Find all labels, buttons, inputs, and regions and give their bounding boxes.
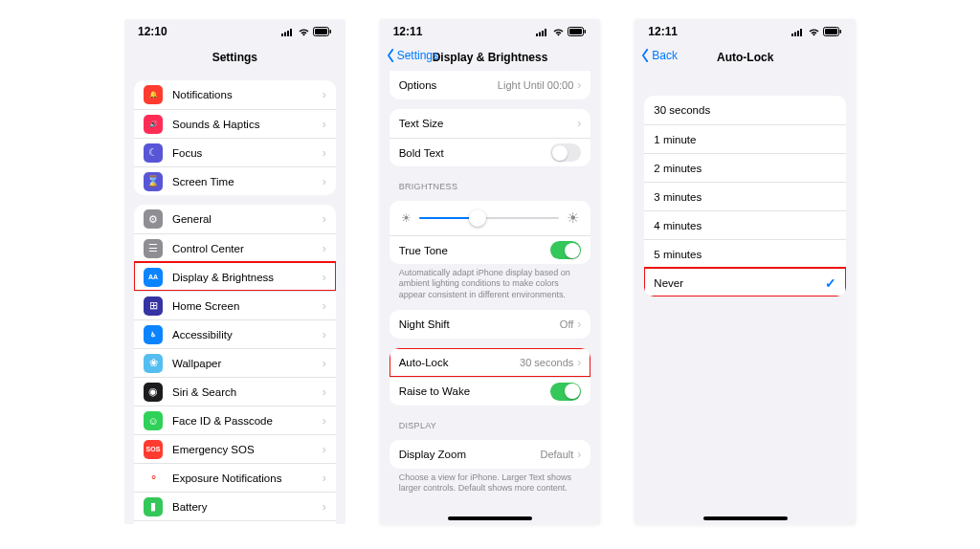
svg-rect-3: [290, 29, 292, 36]
settings-row-emergency-sos[interactable]: SOS Emergency SOS ›: [134, 434, 336, 463]
back-button[interactable]: Back: [640, 49, 678, 62]
svg-rect-2: [287, 31, 289, 36]
aa-icon: AA: [144, 268, 163, 287]
accessibility-icon: ♿︎: [144, 325, 163, 344]
brightness-slider-row: ☀︎ ☀︎: [390, 201, 591, 235]
settings-row-wallpaper[interactable]: ❀ Wallpaper ›: [134, 348, 336, 377]
text-size-row[interactable]: Text Size ›: [390, 109, 591, 138]
appearance-options-row[interactable]: Options Light Until 00:00›: [390, 71, 591, 99]
row-label: Siri & Search: [172, 386, 323, 398]
night-shift-row[interactable]: Night Shift Off›: [390, 310, 591, 339]
display-zoom-row[interactable]: Display Zoom Default›: [390, 440, 591, 469]
row-label: Options: [399, 79, 498, 91]
row-label: Screen Time: [172, 176, 323, 187]
nav-bar: Back Auto-Lock: [635, 44, 856, 71]
display-brightness-screen: 12:11 Settings Display & Brightness Opti…: [380, 19, 601, 524]
nav-title: Auto-Lock: [717, 51, 773, 64]
svg-rect-13: [585, 30, 587, 33]
brightness-slider[interactable]: [419, 217, 560, 219]
svg-rect-8: [539, 32, 541, 36]
chevron-right-icon: ›: [323, 329, 326, 340]
chevron-right-icon: ›: [323, 501, 326, 513]
status-icons: [536, 27, 587, 36]
chevron-right-icon: ›: [323, 386, 326, 398]
auto-lock-row[interactable]: Auto-Lock 30 seconds›: [390, 348, 591, 377]
nightshift-group: Night Shift Off›: [390, 310, 591, 339]
settings-group: 🔔 Notifications › 🔊 Sounds & Haptics › ☾…: [134, 80, 336, 195]
chevron-right-icon: ›: [323, 147, 326, 159]
back-label: Back: [652, 49, 678, 62]
settings-row-notifications[interactable]: 🔔 Notifications ›: [134, 80, 336, 109]
row-label: Wallpaper: [172, 358, 323, 369]
row-label: Battery: [172, 501, 323, 513]
settings-row-sounds-haptics[interactable]: 🔊 Sounds & Haptics ›: [134, 109, 336, 138]
bold-text-row[interactable]: Bold Text: [390, 138, 591, 166]
status-time: 12:10: [138, 25, 167, 38]
settings-row-home-screen[interactable]: ⊞ Home Screen ›: [134, 291, 336, 319]
chevron-right-icon: ›: [323, 89, 326, 100]
toggle[interactable]: [550, 383, 581, 401]
row-label: Raise to Wake: [399, 385, 551, 397]
settings-row-display-brightness[interactable]: AA Display & Brightness ›: [134, 262, 336, 291]
option-2-minutes[interactable]: 2 minutes: [644, 153, 846, 182]
svg-rect-20: [840, 30, 842, 33]
row-label: Sounds & Haptics: [172, 119, 323, 130]
checkmark-icon: ✓: [825, 275, 836, 291]
svg-rect-19: [825, 29, 837, 34]
settings-row-general[interactable]: ⚙ General ›: [134, 205, 336, 233]
row-label: Accessibility: [172, 329, 323, 340]
chevron-right-icon: ›: [577, 118, 581, 129]
svg-rect-5: [315, 29, 327, 34]
sun-small-icon: ☀︎: [401, 211, 412, 225]
option-3-minutes[interactable]: 3 minutes: [644, 182, 846, 210]
lock-group: Auto-Lock 30 seconds› Raise to Wake: [390, 348, 591, 406]
svg-rect-12: [569, 29, 582, 34]
sos-icon: SOS: [144, 440, 163, 459]
settings-row-screen-time[interactable]: ⌛ Screen Time ›: [134, 166, 336, 195]
gear-icon: ⚙: [144, 209, 163, 229]
toggle[interactable]: [550, 143, 581, 162]
true-tone-row[interactable]: True Tone: [390, 235, 591, 264]
option-label: 4 minutes: [654, 220, 836, 231]
autolock-options: 30 seconds 1 minute 2 minutes 3 minutes …: [644, 96, 846, 296]
home-indicator[interactable]: [448, 516, 532, 520]
settings-row-control-center[interactable]: ☰ Control Center ›: [134, 233, 336, 262]
appearance-group: Options Light Until 00:00›: [390, 71, 591, 99]
row-value: Off: [560, 318, 573, 330]
row-label: Home Screen: [172, 300, 323, 312]
settings-row-privacy-security[interactable]: ✋ Privacy & Security ›: [134, 520, 336, 524]
status-bar: 12:11: [380, 19, 601, 44]
option-1-minute[interactable]: 1 minute: [644, 124, 846, 153]
option-5-minutes[interactable]: 5 minutes: [644, 239, 846, 268]
settings-row-battery[interactable]: ▮ Battery ›: [134, 492, 336, 520]
option-30-seconds[interactable]: 30 seconds: [644, 96, 846, 124]
settings-row-siri-search[interactable]: ◉ Siri & Search ›: [134, 377, 336, 406]
nav-title: Settings: [212, 51, 257, 64]
wallpaper-icon: ❀: [144, 354, 163, 373]
raise-to-wake-row[interactable]: Raise to Wake: [390, 377, 591, 406]
row-label: Notifications: [172, 89, 323, 100]
option-label: 1 minute: [654, 134, 836, 145]
virus-icon: ⚬: [144, 469, 163, 488]
home-indicator[interactable]: [703, 516, 788, 520]
settings-row-face-id-passcode[interactable]: ☺ Face ID & Passcode ›: [134, 406, 336, 434]
speaker-icon: 🔊: [144, 115, 163, 134]
brightness-group: ☀︎ ☀︎ True Tone: [390, 201, 591, 264]
option-label: 2 minutes: [654, 163, 836, 174]
row-label: Exposure Notifications: [172, 472, 323, 484]
settings-row-focus[interactable]: ☾ Focus ›: [134, 138, 336, 166]
back-button[interactable]: Settings: [386, 49, 438, 62]
option-4-minutes[interactable]: 4 minutes: [644, 210, 846, 239]
nav-title: Display & Brightness: [433, 51, 548, 64]
brightness-header: BRIGHTNESS: [399, 182, 601, 191]
svg-rect-10: [545, 29, 546, 36]
toggle[interactable]: [550, 241, 581, 259]
svg-rect-6: [329, 30, 331, 33]
chevron-right-icon: ›: [577, 318, 581, 330]
settings-row-accessibility[interactable]: ♿︎ Accessibility ›: [134, 319, 336, 348]
status-icons: [281, 27, 332, 36]
nav-bar: Settings Display & Brightness: [380, 44, 601, 71]
option-label: 30 seconds: [654, 104, 836, 116]
option-never[interactable]: Never ✓: [644, 268, 846, 296]
settings-row-exposure-notifications[interactable]: ⚬ Exposure Notifications ›: [134, 463, 336, 492]
